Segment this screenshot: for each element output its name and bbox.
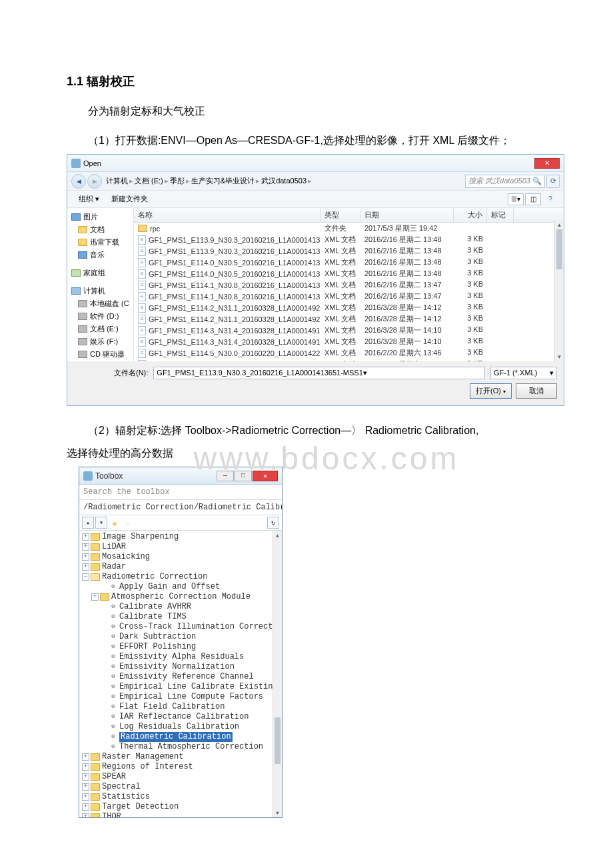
collapse-up-icon[interactable]: ▴ [82,517,94,529]
tree-tool[interactable]: ⚙Apply Gain and Offset [79,582,282,592]
tree-tool[interactable]: ⚙Calibrate TIMS [79,612,282,622]
table-row[interactable]: ≡GF1_PMS1_E113.9_N30.3_20160216_L1A00014… [134,234,564,245]
refresh-button[interactable]: ⟳ [546,175,560,188]
scroll-thumb[interactable] [556,229,562,269]
tree-tool[interactable]: ⚙Emissivity Normalization [79,662,282,672]
col-name[interactable]: 名称 [134,208,320,222]
table-row[interactable]: ≡GF1_PMS1_E114.1_N30.8_20160216_L1A00014… [134,279,564,291]
envi-icon [71,159,81,168]
table-row[interactable]: ≡GF1_PMS1_E113.9_N30.3_20160216_L1A00014… [134,245,564,257]
reload-icon[interactable]: ↻ [267,517,279,529]
scroll-down-icon[interactable]: ▼ [555,352,564,361]
sb-music[interactable]: 音乐 [69,249,132,261]
tree-folder[interactable]: +Statistics [79,792,282,802]
col-type[interactable]: 类型 [320,208,360,222]
tree-folder[interactable]: +Spectral [79,782,282,792]
table-row[interactable]: ≡GF1_PMS1_E114.0_N30.5_20160216_L1A00014… [134,268,564,279]
sb-diskE[interactable]: 文档 (E:) [69,323,132,335]
table-row[interactable]: ≡GF1_PMS1_E114.3_N31.4_20160328_L1A00014… [134,336,564,347]
bc-1[interactable]: 文档 (E:) [135,176,163,186]
col-date[interactable]: 日期 [360,208,454,222]
maximize-button[interactable]: □ [235,471,252,481]
filename-input[interactable]: GF1_PMS1_E113.9_N30.3_20160216_L1A000141… [153,367,485,379]
organize-button[interactable]: 组织 ▾ [73,192,105,206]
scroll-thumb[interactable] [275,717,281,764]
favorite-outline-icon[interactable]: ☆ [122,517,134,529]
scroll-down-icon[interactable]: ▼ [273,808,282,817]
step2b-text: 选择待处理的高分数据 [67,445,586,462]
sb-cd[interactable]: CD 驱动器 [69,348,132,361]
breadcrumb[interactable]: 计算机▸ 文档 (E:)▸ 季彤▸ 生产实习&毕业设计▸ 武汉data0503▸ [106,176,312,186]
table-row[interactable]: ≡GF1_PMS1_E114.2_N31.1_20160328_L1A00014… [134,302,564,313]
dialog-titlebar[interactable]: Open ✕ [67,155,564,172]
table-row[interactable]: ≡GF1_PMS1_E114.5_N30.0_20160220_L1A00014… [134,359,564,361]
tree-folder[interactable]: +Image Sharpening [79,532,282,542]
tree-tool[interactable]: ⚙Empirical Line Compute Factors [79,692,282,702]
table-row[interactable]: ≡GF1_PMS1_E114.3_N31.4_20160328_L1A00014… [134,325,564,336]
tree-tool[interactable]: ⚙Emissivity Reference Channel [79,672,282,682]
sb-diskF[interactable]: 娱乐 (F:) [69,335,132,348]
preview-button[interactable]: ◫ [525,193,541,205]
table-row[interactable]: rpc 文件夹 2017/5/3 星期三 19:42 [134,223,564,234]
new-folder-button[interactable]: 新建文件夹 [105,192,154,206]
table-row[interactable]: ≡GF1_PMS1_E114.2_N31.1_20160328_L1A00014… [134,313,564,325]
tree-folder[interactable]: +Raster Management [79,752,282,762]
tree-tool[interactable]: ⚙IAR Reflectance Calibration [79,712,282,722]
toolbox-scrollbar[interactable]: ▲ ▼ [273,531,282,817]
table-row[interactable]: ≡GF1_PMS1_E114.1_N30.8_20160216_L1A00014… [134,291,564,302]
tree-radiometric-correction[interactable]: −Radiometric Correction [79,572,282,582]
tree-folder[interactable]: +Atmospheric Correction Module [79,592,282,602]
tree-tool[interactable]: ⚙Log Residuals Calibration [79,722,282,732]
back-button[interactable]: ◀ [71,174,86,189]
scroll-up-icon[interactable]: ▲ [273,531,282,540]
tree-tool[interactable]: ⚙EFFORT Polishing [79,642,282,652]
forward-button[interactable]: ▶ [87,174,102,189]
tree-folder[interactable]: +Radar [79,562,282,572]
scrollbar-vertical[interactable]: ▲ ▼ [554,220,564,361]
tree-tool[interactable]: ⚙Thermal Atmospheric Correction [79,742,282,752]
filename-label: 文件名(N): [114,368,148,378]
cancel-button[interactable]: 取消 [516,383,557,399]
col-size[interactable]: 大小 [454,208,487,222]
minimize-button[interactable]: — [217,471,234,481]
tree-folder[interactable]: +Regions of Interest [79,762,282,772]
close-button[interactable]: ✕ [534,158,560,169]
sb-docs[interactable]: 文档 [69,223,132,236]
table-row[interactable]: ≡GF1_PMS1_E114.5_N30.0_20160220_L1A00014… [134,347,564,359]
toolbox-titlebar[interactable]: Toolbox — □ ✕ [79,467,282,485]
tree-folder[interactable]: +Mosaicking [79,552,282,562]
tree-folder[interactable]: +SPEAR [79,772,282,782]
tree-folder[interactable]: +THOR [79,812,282,817]
sb-dl[interactable]: 迅雷下载 [69,236,132,249]
help-button[interactable]: ? [542,193,558,205]
favorite-icon[interactable]: ★ [109,517,121,529]
bc-0[interactable]: 计算机 [106,176,128,186]
tree-tool[interactable]: ⚙Dark Subtraction [79,632,282,642]
tree-tool[interactable]: ⚙Emissivity Alpha Residuals [79,652,282,662]
sb-diskD[interactable]: 软件 (D:) [69,310,132,323]
tree-folder[interactable]: +LiDAR [79,542,282,552]
search-input[interactable]: 搜索 武汉data0503 🔍 [465,175,545,188]
filetype-select[interactable]: GF-1 (*.XML)▾ [490,367,557,379]
toolbox-search-input[interactable]: Search the toolbox [79,485,282,500]
bc-4[interactable]: 武汉data0503 [261,176,306,186]
sb-diskC[interactable]: 本地磁盘 (C [69,297,132,310]
tree-tool[interactable]: ⚙Calibrate AVHRR [79,602,282,612]
open-button[interactable]: 打开(O) ▾ [470,383,512,399]
tree-folder[interactable]: +Target Detection [79,802,282,812]
col-tag[interactable]: 标记 [487,208,514,222]
close-button[interactable]: ✕ [253,471,278,481]
view-button[interactable]: ☰▾ [508,193,524,205]
tree-tool[interactable]: ⚙Radiometric Calibration [79,732,282,742]
bc-3[interactable]: 生产实习&毕业设计 [191,176,255,186]
collapse-down-icon[interactable]: ▾ [95,517,107,529]
tree-tool[interactable]: ⚙Cross-Track Illumination Correction [79,622,282,632]
tree-tool[interactable]: ⚙Flat Field Calibration [79,702,282,712]
tree-tool[interactable]: ⚙Empirical Line Calibrate Existing [79,682,282,692]
sb-computer[interactable]: 计算机 [69,285,132,297]
table-row[interactable]: ≡GF1_PMS1_E114.0_N30.5_20160216_L1A00014… [134,257,564,268]
bc-2[interactable]: 季彤 [170,176,185,186]
sb-pictures[interactable]: 图片 [69,211,132,223]
sb-homegroup[interactable]: 家庭组 [69,267,132,279]
scroll-up-icon[interactable]: ▲ [555,220,564,229]
